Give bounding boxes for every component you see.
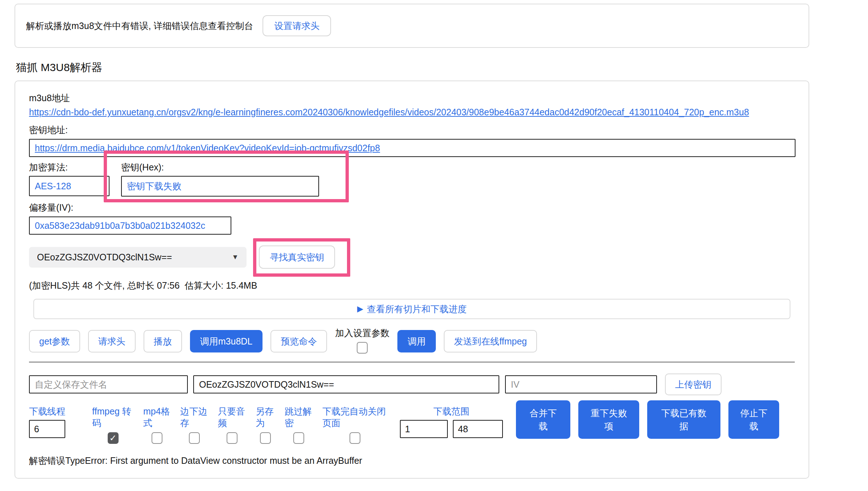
option-ffmpeg-transcode: ffmpeg 转码 [92,405,134,444]
cipher-field: 加密算法: AES-128 [29,161,109,196]
option-save-as: 另存为 [256,405,275,444]
add-settings-param-group: 加入设置参数 [335,327,389,354]
key-hex-field: 密钥(Hex): 密钥下载失败 [121,161,319,197]
option-skip-decrypt: 跳过解密 [285,405,313,444]
key-select[interactable]: OEozZGJSZ0VOTDQ3clN1Sw== ▼ [29,247,247,268]
key-select-value: OEozZGJSZ0VOTDQ3clN1Sw== [37,252,172,263]
mp4-format-checkbox[interactable] [152,432,162,444]
decrypt-error-text: 解密错误TypeError: First argument to DataVie… [29,455,795,467]
play-button[interactable]: 播放 [144,330,182,352]
option-save-while-download: 边下边存 [180,405,208,444]
key-address-url-link[interactable]: https://drm.media.baidubce.com/v1/tokenV… [35,143,380,153]
iv-value: 0xa583e23dab91b0a7b3b0a021b324032c [35,220,205,231]
key-value-input[interactable] [193,375,499,393]
request-headers-button[interactable]: 请求头 [88,330,136,352]
set-request-headers-button[interactable]: 设置请求头 [263,15,331,36]
find-real-key-button[interactable]: 寻找真实密钥 [259,246,335,269]
upload-key-button[interactable]: 上传密钥 [665,374,722,395]
segments-expander-label: 查看所有切片和下载进度 [367,303,467,315]
option-label: 跳过解密 [285,405,313,429]
save-filename-input[interactable] [29,375,188,393]
option-label: 边下边存 [180,405,208,429]
send-to-online-ffmpeg-button[interactable]: 发送到在线ffmpeg [444,330,537,352]
key-address-label: 密钥地址: [29,124,795,136]
skip-decrypt-checkbox[interactable] [293,432,304,444]
download-range-label: 下载范围 [433,405,470,417]
option-auto-close-page: 下载完自动关闭页面 [322,405,388,444]
iv-label: 偏移量(IV): [29,202,795,214]
triangle-right-icon: ▶ [357,304,363,314]
option-label: 只要音频 [218,405,246,429]
save-while-download-checkbox[interactable] [189,432,200,444]
chevron-down-icon: ▼ [232,253,239,261]
download-threads-input[interactable] [29,420,65,438]
option-mp4-format: mp4格式 [143,405,171,444]
iv-input[interactable] [505,375,657,393]
download-action-buttons: 合并下载 重下失败项 下载已有数据 停止下载 [516,400,779,439]
download-range-group: 下载范围 [400,405,503,438]
iv-value-box: 0xa583e23dab91b0a7b3b0a021b324032c [29,216,231,235]
cipher-value: AES-128 [35,181,71,191]
add-settings-param-checkbox[interactable] [357,342,368,354]
save-as-checkbox[interactable] [260,432,271,444]
option-audio-only: 只要音频 [218,405,246,444]
m3u8-url-link[interactable]: https://cdn-bdo-def.yunxuetang.cn/orgsv2… [29,107,749,117]
key-hex-value: 密钥下载失败 [127,180,181,192]
key-hex-label: 密钥(Hex): [121,161,319,173]
option-label: 另存为 [256,405,275,429]
add-settings-param-label: 加入设置参数 [335,327,389,339]
cipher-value-box: AES-128 [29,176,109,196]
audio-only-checkbox[interactable] [227,432,237,444]
key-address-box: https://drm.media.baidubce.com/v1/tokenV… [29,139,795,157]
ffmpeg-transcode-checkbox[interactable] [108,432,119,444]
preview-command-button[interactable]: 预览命令 [270,330,327,352]
download-threads-label: 下载线程 [29,405,69,417]
divider [29,362,795,363]
page-title: 猫抓 M3U8解析器 [16,60,102,75]
download-options: ffmpeg 转码 mp4格式 边下边存 只要音频 另存为 跳过解密 [92,405,388,444]
auto-close-page-checkbox[interactable] [350,432,360,444]
option-label: ffmpeg 转码 [92,405,134,429]
range-from-input[interactable] [400,420,448,438]
download-controls-row: 下载线程 ffmpeg 转码 mp4格式 边下边存 只要音频 另存为 [29,405,795,444]
get-params-button[interactable]: get参数 [29,330,80,352]
file-inputs-row: 上传密钥 [29,374,795,395]
download-existing-data-button[interactable]: 下载已有数据 [647,400,720,439]
download-threads-group: 下载线程 [29,405,69,438]
call-button[interactable]: 调用 [397,330,436,352]
segments-expander[interactable]: ▶ 查看所有切片和下载进度 [33,299,790,319]
alert-message: 解析或播放m3u8文件中有错误, 详细错误信息查看控制台 [26,20,253,32]
option-label: mp4格式 [143,405,171,429]
range-to-input[interactable] [453,420,503,438]
option-label: 下载完自动关闭页面 [322,405,388,429]
alert-bar: 解析或播放m3u8文件中有错误, 详细错误信息查看控制台 设置请求头 [15,4,809,48]
stream-info: (加密HLS)共 48 个文件, 总时长 07:56 估算大小: 15.4MB [29,280,795,292]
m3u8-address-label: m3u8地址 [29,92,795,104]
call-m3u8dl-button[interactable]: 调用m3u8DL [190,330,263,352]
key-hex-value-box: 密钥下载失败 [121,176,319,197]
merge-download-button[interactable]: 合并下载 [516,400,570,439]
cipher-label: 加密算法: [29,161,109,173]
toolbar: get参数 请求头 播放 调用m3u8DL 预览命令 加入设置参数 调用 发送到… [29,330,795,354]
stop-download-button[interactable]: 停止下载 [728,400,779,439]
retry-failed-button[interactable]: 重下失败项 [578,400,639,439]
m3u8-parser-panel: m3u8地址 https://cdn-bdo-def.yunxuetang.cn… [15,81,809,479]
